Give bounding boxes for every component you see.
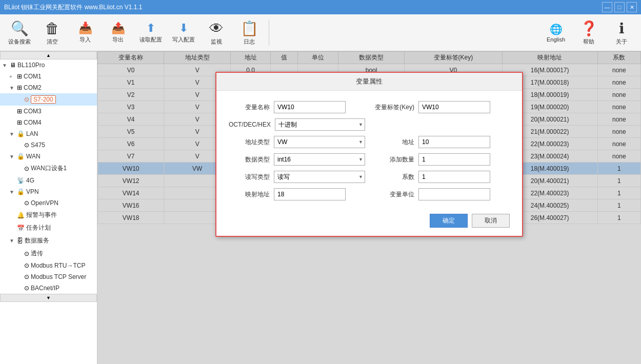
map-addr-label: 映射地址	[229, 190, 270, 199]
node-icon-com3: ⊞	[17, 108, 22, 115]
node-text-bl110pro: BL110Pro	[17, 62, 45, 69]
rw-type-label: 读写类型	[229, 173, 270, 181]
node-icon-bl110pro: 🖥	[10, 62, 16, 69]
addr-label: 地址	[373, 138, 414, 147]
close-button[interactable]: ✕	[627, 2, 637, 12]
node-text-com2: COM2	[24, 84, 42, 91]
node-icon-transparent: ⊙	[24, 250, 29, 257]
title-text: BLiiot 钡铼工业网关配置软件 www.BLiiot.cn V1.1.1	[4, 3, 142, 12]
sidebar-item-com3[interactable]: ⊞COM3	[0, 106, 97, 117]
var-unit-input[interactable]	[418, 188, 490, 200]
expand-icon-bl110pro: ▼	[2, 63, 8, 68]
var-name-col: 变量名称	[229, 101, 365, 113]
sidebar-item-com1[interactable]: +⊞COM1	[0, 71, 97, 82]
export-label: 导出	[112, 36, 124, 44]
oct-dec-hex-col: OCT/DEC/HEX 八进制 十进制 十六进制 ▼	[229, 118, 365, 131]
help-icon: ❓	[580, 20, 598, 37]
addr-input[interactable]	[418, 136, 490, 148]
node-icon-openvpn: ⊙	[24, 199, 29, 207]
sidebar-item-alarm[interactable]: 🔔报警与事件	[0, 209, 97, 221]
sidebar-item-com4[interactable]: ⊞COM4	[0, 117, 97, 128]
sidebar-item-4g[interactable]: 📡4G	[0, 175, 97, 186]
toolbar-help[interactable]: ❓ 帮助	[573, 16, 604, 49]
toolbar-import[interactable]: 📥 导入	[70, 16, 101, 49]
var-key-label: 变量标签(Key)	[373, 103, 414, 112]
sidebar-item-wan-device[interactable]: ⊙WAN口设备1	[0, 162, 97, 175]
about-icon: ℹ	[619, 20, 625, 37]
addr-col: 地址	[373, 136, 510, 148]
import-icon: 📥	[78, 22, 92, 35]
sidebar-item-data-service[interactable]: ▼🗄数据服务	[0, 234, 97, 247]
sidebar-item-bacnet[interactable]: ⊙BACnet/IP	[0, 282, 97, 294]
coef-input[interactable]	[418, 171, 490, 183]
data-type-select-wrap: bool int16 int32 float ▼	[274, 153, 365, 166]
sidebar-item-s475[interactable]: ⊙S475	[0, 139, 97, 151]
data-type-select[interactable]: bool int16 int32 float	[274, 153, 365, 166]
addr-type-col: 地址类型 VW V MW ▼	[229, 136, 365, 148]
var-name-input[interactable]	[274, 101, 346, 113]
toolbar-export[interactable]: 📤 导出	[103, 16, 133, 49]
rw-type-select[interactable]: 读写 只读 只写	[274, 171, 365, 183]
var-unit-col: 变量单位	[373, 188, 510, 200]
sidebar-item-vpn[interactable]: ▼🔒VPN	[0, 186, 97, 197]
maximize-button[interactable]: □	[614, 2, 625, 12]
sidebar-item-com2[interactable]: ▼⊞COM2	[0, 82, 97, 93]
monitor-label: 监视	[211, 38, 222, 46]
expand-icon-lan: ▼	[9, 131, 15, 137]
node-text-data-service: 数据服务	[25, 236, 49, 245]
title-bar: BLiiot 钡铼工业网关配置软件 www.BLiiot.cn V1.1.1 —…	[0, 0, 641, 14]
node-icon-alarm: 🔔	[17, 212, 25, 219]
map-addr-input[interactable]	[274, 188, 346, 200]
toolbar-about[interactable]: ℹ 关于	[606, 16, 637, 49]
oct-dec-hex-select[interactable]: 八进制 十进制 十六进制	[275, 118, 365, 131]
toolbar-monitor[interactable]: 👁 监视	[201, 16, 232, 49]
addr-type-select-wrap: VW V MW ▼	[274, 136, 365, 148]
sidebar-scroll-up[interactable]: ▲	[0, 51, 97, 59]
toolbar-clear[interactable]: 🗑 清空	[37, 16, 68, 49]
sidebar-item-bl110pro[interactable]: ▼🖥BL110Pro	[0, 59, 97, 71]
confirm-button[interactable]: 确定	[430, 214, 468, 228]
node-icon-s475: ⊙	[24, 141, 29, 149]
clear-label: 清空	[47, 38, 58, 46]
addr-type-select[interactable]: VW V MW	[274, 136, 365, 148]
data-type-col: 数据类型 bool int16 int32 float ▼	[229, 153, 365, 166]
node-icon-s7-200: ⊙	[24, 96, 29, 103]
sidebar-item-lan[interactable]: ▼🔒LAN	[0, 128, 97, 139]
title-buttons: — □ ✕	[602, 2, 637, 12]
addr-type-label: 地址类型	[229, 138, 270, 147]
content-area: 变量名称地址类型地址值单位数据类型变量标签(Key)映射地址系数 V0V0.0b…	[97, 51, 641, 364]
write-icon: ⬇	[179, 22, 188, 35]
cancel-button[interactable]: 取消	[472, 214, 510, 228]
node-text-modbus-rtu: Modbus RTU→TCP	[31, 262, 85, 269]
node-text-s7-200: S7-200	[31, 95, 56, 104]
read-label: 读取配置	[139, 36, 162, 44]
minimize-button[interactable]: —	[602, 2, 612, 12]
sidebar: ▲ ▼🖥BL110Pro+⊞COM1▼⊞COM2⊙S7-200⊞COM3⊞COM…	[0, 51, 97, 364]
toolbar-read[interactable]: ⬆ 读取配置	[135, 16, 166, 49]
sidebar-item-wan[interactable]: ▼🔒WAN	[0, 151, 97, 162]
add-count-input[interactable]	[418, 153, 490, 166]
modal-title: 变量属性	[216, 73, 522, 91]
node-text-com4: COM4	[24, 119, 42, 126]
sidebar-item-transparent[interactable]: ⊙透传	[0, 247, 97, 260]
toolbar-write[interactable]: ⬇ 写入配置	[168, 16, 199, 49]
toolbar-log[interactable]: 📋 日志	[234, 16, 265, 49]
node-text-wan: WAN	[26, 153, 41, 160]
node-icon-com4: ⊞	[17, 119, 22, 126]
sidebar-item-modbus-rtu[interactable]: ⊙Modbus RTU→TCP	[0, 260, 97, 271]
sidebar-item-task[interactable]: 📅任务计划	[0, 221, 97, 234]
node-text-bacnet: BACnet/IP	[31, 285, 59, 292]
node-icon-data-service: 🗄	[17, 237, 23, 245]
var-key-input[interactable]	[418, 101, 490, 113]
toolbar-english[interactable]: 🌐 English	[540, 16, 571, 49]
toolbar-search[interactable]: 🔍 设备搜索	[4, 16, 35, 49]
sidebar-item-modbus-tcp[interactable]: ⊙Modbus TCP Server	[0, 271, 97, 282]
var-key-col: 变量标签(Key)	[373, 101, 510, 113]
toolbar-right: 🌐 English ❓ 帮助 ℹ 关于	[540, 16, 637, 49]
sidebar-item-s7-200[interactable]: ⊙S7-200	[0, 93, 97, 106]
modal-row-6: 映射地址 变量单位	[229, 188, 510, 200]
sidebar-scroll-down[interactable]: ▼	[0, 294, 97, 302]
coef-label: 系数	[373, 173, 414, 181]
modal-row-4: 数据类型 bool int16 int32 float ▼	[229, 153, 510, 166]
sidebar-item-openvpn[interactable]: ⊙OpenVPN	[0, 197, 97, 209]
